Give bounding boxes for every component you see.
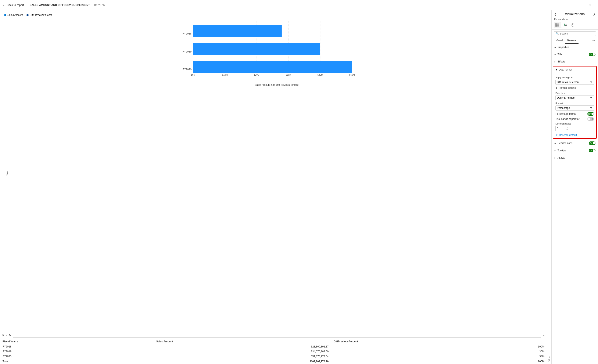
effects-label: Effects — [557, 60, 565, 63]
format-options-row[interactable]: ▼ Format options — [556, 85, 594, 90]
viz-panel-chevron-right[interactable]: ❯ — [593, 12, 596, 16]
check-icon[interactable]: ✓ — [6, 334, 8, 337]
legend-label-diff: DiffPreviousPercent — [30, 14, 52, 17]
x-axis-title: Sales Amount and DiffPreviousPercent — [11, 83, 542, 86]
data-type-select[interactable]: Decimal number — [556, 95, 594, 100]
chart-body: Year FY2018 — [4, 19, 542, 328]
cell-fy2018-diff: 100% — [331, 344, 547, 349]
chart-title: SALES AMOUNT AND DIFFPREVIOUSPERCENT — [30, 4, 90, 7]
tabs-row: Visual General ⋯ — [552, 38, 598, 44]
toggle-thumb-hi — [593, 142, 595, 144]
chart-area: Sales Amount DiffPreviousPercent Year — [0, 10, 547, 331]
viz-icon-analytics[interactable] — [569, 22, 576, 28]
spin-down-btn[interactable]: ▼ — [565, 129, 569, 131]
section-title[interactable]: ► Title On — [552, 51, 598, 58]
toggle-thumb-pf — [591, 113, 594, 115]
section-header-icons[interactable]: ► Header icons On — [552, 140, 598, 147]
search-input[interactable] — [560, 32, 594, 35]
fx-icon: fx — [9, 334, 11, 337]
main-layout: Sales Amount DiffPreviousPercent Year — [0, 10, 598, 364]
data-format-header[interactable]: ▼ Data format — [553, 66, 596, 73]
cell-fy2019-sales: $34,070,108.50 — [154, 349, 331, 354]
section-properties[interactable]: ► Properties — [552, 44, 598, 51]
cell-fy2019-year: FY2019 — [0, 349, 154, 354]
reset-icon: ↻ — [556, 133, 558, 137]
chevron-down-icon-df: ▼ — [556, 69, 557, 71]
chart-legend: Sales Amount DiffPreviousPercent — [4, 14, 542, 17]
alt-text-label: Alt text — [557, 156, 565, 159]
svg-text:FY2019: FY2019 — [183, 50, 192, 53]
section-alt-text[interactable]: ► Alt text — [552, 154, 598, 161]
sort-arrow-icon: ▲ — [17, 341, 18, 343]
data-format-label: Data format — [559, 68, 594, 71]
viz-icon-format[interactable] — [561, 22, 569, 28]
formula-chevron-icon[interactable]: ⌄ — [543, 334, 545, 337]
filters-tab[interactable]: Filters — [547, 10, 551, 364]
chevron-down-icon-fo: ▼ — [556, 87, 557, 89]
data-table: Fiscal Year ▲ Sales Amount DiffPreviousP… — [0, 339, 547, 364]
svg-text:$20M: $20M — [254, 74, 259, 76]
tab-general[interactable]: General — [565, 38, 579, 44]
data-format-section: ▼ Data format Apply settings to DiffPrev… — [553, 66, 597, 139]
more-options-icon[interactable]: ⋯ — [592, 3, 596, 7]
viz-icon-table[interactable] — [554, 22, 561, 28]
table-row: FY2020 $51,878,274.54 34% — [0, 354, 547, 359]
section-effects[interactable]: ► Effects — [552, 58, 598, 65]
formula-input[interactable] — [13, 333, 541, 338]
filter-icon[interactable]: ▿ — [589, 3, 591, 7]
reset-row[interactable]: ↻ Reset to default — [556, 133, 594, 137]
back-button[interactable]: ← Back to report — [2, 3, 27, 7]
chevron-right-icon: ► — [554, 46, 556, 49]
top-bar: ← Back to report SALES AMOUNT AND DIFFPR… — [0, 0, 598, 10]
title-toggle[interactable]: On — [589, 53, 596, 56]
title-label: Title — [557, 53, 562, 56]
tooltips-label: Tooltips — [557, 149, 566, 152]
panel-scroll: ► Properties ► Title On ► Effec — [552, 44, 598, 364]
chevron-right-icon-tt: ► — [554, 149, 556, 152]
apply-settings-select[interactable]: DiffPreviousPercent — [556, 80, 594, 85]
tooltips-toggle[interactable]: On — [589, 149, 596, 152]
format-visual-label: Format visual — [552, 17, 598, 21]
chevron-right-icon-effects: ► — [554, 61, 556, 63]
content-area: Sales Amount DiffPreviousPercent Year — [0, 10, 547, 364]
tab-more-icon[interactable]: ⋯ — [591, 38, 596, 44]
svg-point-22 — [565, 25, 567, 26]
format-select[interactable]: Percentage — [556, 106, 594, 110]
properties-label: Properties — [557, 46, 569, 49]
data-type-select-wrap: Decimal number — [556, 95, 594, 100]
header-icons-label: Header icons — [557, 142, 573, 145]
cell-total-label: Total — [0, 359, 154, 364]
toggle-thumb — [593, 53, 595, 56]
svg-rect-18 — [556, 23, 559, 27]
close-icon[interactable]: ✕ — [2, 334, 4, 337]
toggle-thumb-tt — [593, 149, 595, 152]
cell-fy2020-diff: 34% — [331, 354, 547, 359]
back-label: Back to report — [7, 3, 24, 7]
viz-panel-chevron-left[interactable]: ❮ — [554, 12, 557, 16]
decimal-places-input[interactable] — [556, 126, 565, 131]
tab-visual[interactable]: Visual — [554, 38, 565, 44]
legend-diff: DiffPreviousPercent — [26, 14, 52, 17]
viz-icons-row — [552, 21, 598, 30]
percentage-format-toggle[interactable]: On — [587, 112, 594, 116]
back-arrow-icon: ← — [2, 3, 6, 7]
y-axis-label: Year — [6, 171, 9, 176]
viz-panel: ❮ Visualizations ❯ Format visual — [551, 10, 598, 364]
svg-text:$40M: $40M — [317, 74, 323, 76]
table-row-total: Total $109,809,274.20 100% — [0, 359, 547, 364]
table-row: FY2018 $23,860,891.17 100% — [0, 344, 547, 349]
thousands-separator-label: Thousands separator — [556, 117, 579, 121]
decimal-places-spin: ▲ ▼ — [565, 126, 569, 131]
chevron-right-icon-at: ► — [554, 157, 556, 159]
svg-text:FY2020: FY2020 — [183, 68, 192, 71]
thousands-separator-toggle[interactable]: Off — [587, 117, 594, 121]
y-axis-container: Year — [4, 19, 11, 328]
cell-fy2020-sales: $51,878,274.54 — [154, 354, 331, 359]
search-icon: 🔍 — [556, 32, 559, 35]
chart-inner: FY2018 FY2019 FY2020 $0M $10M $20M $30M — [11, 19, 542, 328]
header-icons-toggle[interactable]: On — [589, 141, 596, 145]
svg-rect-7 — [193, 25, 282, 37]
percentage-format-row: Percentage format On — [556, 112, 594, 116]
section-tooltips[interactable]: ► Tooltips On — [552, 147, 598, 154]
spin-up-btn[interactable]: ▲ — [565, 126, 569, 129]
